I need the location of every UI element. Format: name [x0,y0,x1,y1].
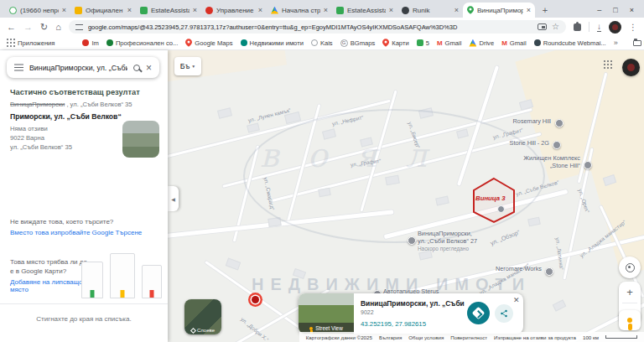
browser-menu-icon[interactable]: ⋮ [629,23,637,32]
vinitsa-3-label[interactable]: Виница 3 [475,194,506,202]
card-coordinates[interactable]: 43.252195, 27.982615 [361,320,426,328]
zoom-in-button[interactable]: + [619,282,641,303]
result-photo[interactable] [122,121,159,158]
poi-marker-icon[interactable] [408,236,416,245]
illustration-box [110,253,135,298]
clear-search-icon[interactable]: × [146,63,152,73]
poi-marker-icon[interactable] [545,267,553,276]
directions-button[interactable] [467,302,490,324]
bookmark-gmail-1[interactable]: Gmail [437,39,462,47]
search-input[interactable] [29,64,127,72]
tab-home[interactable]: Начална стран× [267,3,332,18]
poi-label-vinitsa-27[interactable]: ВиницаПриморски, [418,230,472,237]
scale-text[interactable]: 100 км [583,334,599,340]
result-title[interactable]: Приморски, ул. „Съби Велков“ 35 [10,112,122,121]
pegman-button[interactable] [619,310,641,330]
add-missing-place-link[interactable]: Добавяне на липсващо място [10,278,87,293]
url-text[interactable]: google.com/maps/@43.2523945,27.9781373,1… [88,23,532,31]
close-window-button[interactable]: × [630,6,634,14]
tab-close-icon[interactable]: × [62,7,66,14]
tab-close-icon[interactable]: × [127,7,132,14]
bookmark-im[interactable]: Im [82,39,98,47]
new-tab-button[interactable]: + [538,3,552,17]
profile-avatar[interactable] [609,21,621,34]
bookmark-5[interactable]: 5 [417,39,429,47]
tab-official[interactable]: Официален уеб× [70,3,136,18]
poi-label-stone-hill-complex[interactable]: Жилищен Комплекс [493,154,580,162]
bookmark-label: Недвижими имоти [250,39,304,47]
bookmark-apps[interactable]: Приложения [7,39,55,47]
bookmarks-bar: Приложения Im Професионален со... Google… [0,36,644,50]
privacy-link[interactable]: Поверителност [450,334,487,340]
downloads-icon[interactable]: ↓ [597,23,601,32]
tab-runik[interactable]: Runik× [397,3,463,18]
bookmark-google-maps[interactable]: Google Maps [185,39,232,47]
poi-label-neromare[interactable]: Neromare Works [468,265,542,272]
poi-marker-icon[interactable] [555,119,564,127]
maximize-button[interactable]: □ [613,6,617,14]
poi-label-stone-hill-2g[interactable]: Stone Hill - 2G [482,139,549,147]
bookmark-label: Kais [320,39,333,47]
bookmark-bgmaps[interactable]: BGmaps [340,39,376,47]
home-button[interactable]: ⌂ [55,23,61,32]
tab-title: (19660 непрочи [20,7,59,14]
tab-close-icon[interactable]: × [258,7,262,14]
terms-link[interactable]: Общи условия [408,334,444,340]
back-button[interactable]: ← [7,23,16,32]
tab-close-icon[interactable]: × [324,7,328,14]
searched-location-marker-icon[interactable] [252,296,259,303]
tab-close-icon[interactable]: × [454,7,459,14]
share-button[interactable] [495,304,513,323]
card-close-icon[interactable]: ✕ [513,296,520,304]
bookmark-roundcube[interactable]: Roundcube Webmai... [534,39,606,47]
poi-marker-icon[interactable] [553,141,561,149]
media-control-icon[interactable] [538,23,547,30]
bookmark-gmail-2[interactable]: Gmail [501,39,527,47]
tab-close-icon[interactable]: × [193,7,197,14]
tab-close-icon[interactable]: × [527,7,531,14]
reload-button[interactable]: ↻ [40,23,48,32]
poi-marker-icon[interactable] [584,161,592,169]
all-bookmarks-button[interactable]: Всички отметки [633,39,644,47]
street-view-thumbnail[interactable]: Street View [299,293,354,334]
tab-maps-active[interactable]: ВиницаПримор× [463,3,535,18]
hexagon-poi-marker-icon[interactable] [497,205,505,213]
my-location-button[interactable] [619,256,641,278]
input-keyboard-button[interactable]: Бъ ▼ [174,57,201,75]
try-google-search-link[interactable]: Вместо това изпробвайте Google Търсене [10,229,159,236]
tab-mail[interactable]: (19660 непрочи× [5,3,70,18]
bookmark-kais[interactable]: Kais [311,39,333,47]
menu-hamburger-icon[interactable] [14,67,23,69]
tab-estateassistant-2[interactable]: EstateAssistant× [332,3,397,18]
bookmark-professional[interactable]: Професионален со... [106,39,178,47]
tab-estateassistant-1[interactable]: EstateAssistant× [136,3,201,18]
site-settings-icon[interactable] [75,24,83,30]
map-canvas[interactable]: воял НЕДВИЖИМИ ИМОТИ ул. „Лунен камък“ у… [168,50,644,342]
poi-label-vinitsa-27-2[interactable]: ул. „Съби Велков“ 27 [418,237,477,245]
search-icon[interactable] [133,65,140,71]
extensions-icon[interactable] [574,23,581,31]
maps-search-box[interactable]: × [7,57,159,78]
bookmarks-overflow-icon[interactable]: » [614,39,618,47]
minimize-button[interactable]: – [597,6,601,14]
bookmark-label: Roundcube Webmai... [543,39,606,47]
poi-label-rosemary-hill[interactable]: Rosemary Hill [491,117,551,125]
feedback-link[interactable]: Изпращане на отзиви за продукта [494,334,576,340]
tab-management[interactable]: Управление на× [201,3,267,18]
account-avatar[interactable] [622,59,640,76]
keyboard-label: Бъ [180,62,190,70]
place-info-card[interactable]: Street View ВиницаПриморски, ул. „Съби В… [299,293,523,334]
bookmark-real-estate[interactable]: Недвижими имоти [241,39,304,47]
bookmark-karti[interactable]: Карти [382,39,408,47]
google-apps-grid-icon[interactable] [604,60,605,62]
address-bar[interactable]: google.com/maps/@43.2523945,27.9781373,1… [69,20,566,34]
attribution-country[interactable]: България [379,334,402,340]
layers-button[interactable]: Слоеве [184,299,221,334]
bookmark-drive[interactable]: Drive [469,39,494,47]
poi-label-stone-hill-complex-2[interactable]: „Stone Hill“ [493,162,580,169]
tab-close-icon[interactable]: × [389,7,393,14]
sidebar-collapse-button[interactable]: ◀ [168,186,179,211]
forward-button[interactable]: → [23,23,33,32]
bookmark-star-icon[interactable]: ☆ [552,23,559,31]
struck-query-rest: , ул. „Съби Велков“ 35 [65,101,132,108]
